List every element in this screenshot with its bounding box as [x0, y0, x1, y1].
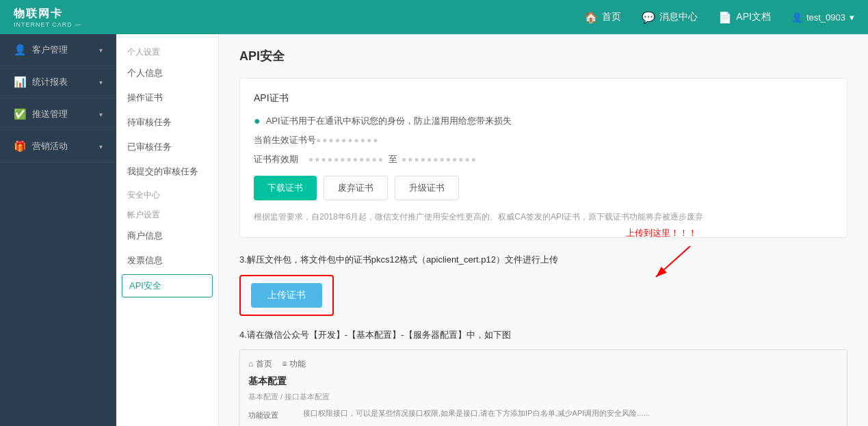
upload-highlight-box: 上传证书 [239, 275, 334, 316]
current-cert-row: 当前生效证书号 ●●●●●●●●●● [254, 134, 833, 146]
inner-nav-func[interactable]: ≡ 功能 [282, 358, 306, 370]
renew-cert-button[interactable]: 废弃证书 [324, 176, 388, 200]
sub-menu-cert[interactable]: 操作证书 [116, 85, 218, 110]
sidebar-item-marketing[interactable]: 🎁 营销活动 ▾ [0, 131, 116, 163]
sidebar-item-push[interactable]: ✅ 推送管理 ▾ [0, 98, 116, 131]
inner-content-area: 功能设置 帐号详情 微信认证 违规记录 赞赏码 接口权限接口，可以是某些情况接口… [248, 408, 839, 426]
current-cert-label: 当前生效证书号 [254, 134, 316, 146]
sub-menu-done-tasks[interactable]: 已审核任务 [116, 135, 218, 159]
info-description: ● API证书用于在通讯中标识您的身份，防止滥用用给您带来损失 [254, 115, 833, 127]
brand-subtitle: INTERNET CARD — [14, 21, 81, 28]
sub-menu-personal-info[interactable]: 个人信息 [116, 61, 218, 85]
cert-validity-end: ●●●●●●●●●●●● [402, 155, 477, 164]
user-menu[interactable]: 👤 test_0903 ▾ [791, 12, 854, 23]
inner-nav-home[interactable]: ⌂ 首页 [248, 358, 272, 370]
sub-menu-merchant-info[interactable]: 商户信息 [116, 224, 218, 248]
info-dot-icon: ● [254, 115, 261, 127]
reports-icon: 📊 [14, 76, 27, 88]
main-content: API安全 API证书 ● API证书用于在通讯中标识您的身份，防止滥用用给您带… [219, 34, 868, 426]
brand-name: 物联网卡 [14, 7, 81, 21]
nav-messages-label: 消息中心 [659, 11, 698, 23]
top-navigation: 物联网卡 INTERNET CARD — 🏠 首页 💬 消息中心 📄 API文档… [0, 0, 868, 34]
upgrade-cert-button[interactable]: 升级证书 [395, 176, 459, 200]
chevron-push-icon: ▾ [99, 111, 103, 118]
home-icon: 🏠 [584, 11, 598, 24]
inner-left-item-1[interactable]: 功能设置 [248, 408, 296, 423]
cert-validity-row: 证书有效期 ●●●●●●●●●●●● 至 ●●●●●●●●●●●● [254, 153, 833, 165]
sub-menu-invoice[interactable]: 发票信息 [116, 248, 218, 273]
cert-btn-group: 下载证书 废弃证书 升级证书 [254, 176, 833, 200]
main-layout: 👤 客户管理 ▾ 📊 统计报表 ▾ ✅ 推送管理 ▾ 🎁 营销活动 ▾ [0, 34, 868, 426]
username-label: test_0903 [806, 12, 845, 23]
card-title: API证书 [254, 92, 833, 105]
step3-text: 3.解压文件包，将文件包中的证书pkcs12格式（apiclient_cert.… [239, 252, 847, 267]
chevron-marketing-icon: ▾ [99, 143, 103, 150]
sidebar-marketing-label: 营销活动 [32, 140, 68, 152]
sidebar: 👤 客户管理 ▾ 📊 统计报表 ▾ ✅ 推送管理 ▾ 🎁 营销活动 ▾ [0, 34, 116, 426]
inner-left-nav: 功能设置 帐号详情 微信认证 违规记录 赞赏码 [248, 408, 296, 426]
cert-validity-start: ●●●●●●●●●●●● [308, 155, 384, 164]
annotation-text: 上传到这里！！！ [626, 227, 697, 239]
info-text: API证书用于在通讯中标识您的身份，防止滥用用给您带来损失 [266, 115, 512, 127]
top-nav-links: 🏠 首页 💬 消息中心 📄 API文档 👤 test_0903 ▾ [584, 11, 854, 24]
nav-home[interactable]: 🏠 首页 [584, 11, 621, 24]
inner-right-text: 接口权限接口，可以是某些情况接口权限,如果是接口,请在下方添加IP白名单,减少A… [303, 409, 650, 417]
security-center-title: 安全中心 [116, 184, 218, 204]
svg-line-1 [656, 246, 690, 277]
cert-notice: 根据监管要求，自2018年6月起，微信支付推广使用安全性更高的、权威CA签发的A… [254, 211, 833, 224]
page-title: API安全 [239, 48, 847, 64]
sub-sidebar: 个人设置 个人信息 操作证书 待审核任务 已审核任务 我提交的审核任务 安全中心… [116, 34, 219, 426]
merchant-settings-title: 帐户设置 [116, 204, 218, 224]
inner-subtitle: 基本配置 / 接口基本配置 [248, 392, 839, 402]
cert-to-text: 至 [389, 153, 397, 165]
sidebar-push-label: 推送管理 [32, 108, 68, 120]
sidebar-item-customer[interactable]: 👤 客户管理 ▾ [0, 34, 116, 66]
upload-area: 上传到这里！！！ 上传证书 [239, 275, 847, 316]
brand-logo: 物联网卡 INTERNET CARD — [14, 7, 81, 28]
sub-menu-api-security[interactable]: API安全 [122, 274, 213, 297]
nav-home-label: 首页 [602, 11, 621, 23]
api-icon: 📄 [718, 11, 732, 24]
nav-api-docs[interactable]: 📄 API文档 [718, 11, 771, 24]
inner-nav: ⌂ 首页 ≡ 功能 [248, 358, 839, 370]
cert-validity-label: 证书有效期 [254, 153, 308, 165]
chevron-icon: ▾ [99, 46, 103, 54]
chevron-reports-icon: ▾ [99, 79, 103, 86]
step4-text: 4.请在微信公众号【开发】-【基本配置】-【服务器配置】中，如下图 [239, 327, 847, 343]
inner-screenshot: ⌂ 首页 ≡ 功能 基本配置 基本配置 / 接口基本配置 功能设置 帐号详情 微… [239, 349, 847, 426]
push-icon: ✅ [14, 108, 27, 120]
customer-icon: 👤 [14, 44, 27, 56]
sub-menu-pending-tasks[interactable]: 待审核任务 [116, 110, 218, 135]
user-icon: 👤 [791, 12, 802, 23]
sidebar-item-reports[interactable]: 📊 统计报表 ▾ [0, 66, 116, 98]
api-cert-card: API证书 ● API证书用于在通讯中标识您的身份，防止滥用用给您带来损失 当前… [239, 78, 847, 238]
content-area: 个人设置 个人信息 操作证书 待审核任务 已审核任务 我提交的审核任务 安全中心… [116, 34, 868, 426]
annotation-area: 上传到这里！！！ [626, 227, 697, 284]
nav-api-label: API文档 [736, 11, 771, 23]
upload-cert-button[interactable]: 上传证书 [251, 283, 322, 308]
nav-messages[interactable]: 💬 消息中心 [642, 11, 698, 24]
chevron-down-icon: ▾ [850, 12, 854, 23]
personal-settings-title: 个人设置 [116, 41, 218, 61]
inner-left-item-2[interactable]: 帐号详情 [248, 423, 296, 426]
sidebar-customer-label: 客户管理 [32, 44, 68, 56]
current-cert-value: ●●●●●●●●●● [316, 135, 379, 145]
sidebar-reports-label: 统计报表 [32, 76, 68, 88]
inner-title: 基本配置 [248, 375, 839, 388]
download-cert-button[interactable]: 下载证书 [254, 176, 317, 200]
inner-right-content: 接口权限接口，可以是某些情况接口权限,如果是接口,请在下方添加IP白名单,减少A… [303, 408, 839, 426]
arrow-svg [642, 243, 697, 284]
message-icon: 💬 [642, 11, 655, 24]
marketing-icon: 🎁 [14, 140, 27, 152]
sub-menu-submitted-tasks[interactable]: 我提交的审核任务 [116, 159, 218, 184]
